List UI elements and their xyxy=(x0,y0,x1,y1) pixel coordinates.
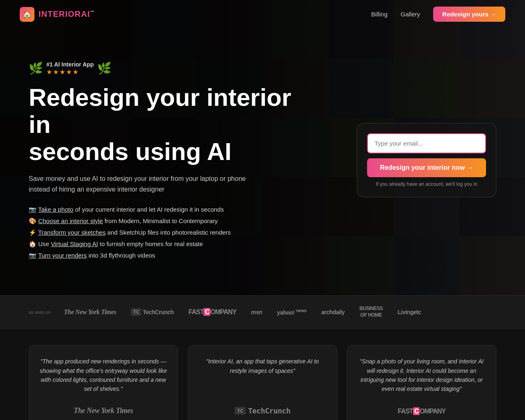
feature-renders: 📷 Turn your renders into 3d flythrough v… xyxy=(29,252,308,259)
press-bar: as seen on The New York Times TC TechCru… xyxy=(0,295,525,329)
tc-logo: TC TechCrunch xyxy=(235,406,290,415)
testimonial-nyt-quote: "The app produced new renderings in seco… xyxy=(39,357,168,394)
logo-text: INTERIORAI™ xyxy=(39,9,95,19)
billing-link[interactable]: Billing xyxy=(371,11,388,18)
testimonial-fastco-quote: "Snap a photo of your living room, and I… xyxy=(357,357,486,394)
press-logos: The New York Times TC TechCrunch FASTCOM… xyxy=(64,306,421,318)
press-yahoo: yahoo! news xyxy=(277,308,306,316)
badge-stars: ★★★★★ xyxy=(46,68,94,76)
email-input[interactable] xyxy=(367,133,486,153)
testimonial-tc-source: TC TechCrunch xyxy=(198,406,327,415)
hero-content: 🌿 #1 AI Interior App ★★★★★ 🌿 Redesign yo… xyxy=(0,61,525,259)
fastco-logo: FASTCOMPANY xyxy=(398,408,446,415)
feature-style: 🎨 Choose an interior style from Modern, … xyxy=(29,217,308,225)
nyt-logo: The New York Times xyxy=(74,406,133,415)
login-hint: If you already have an account, we'll lo… xyxy=(367,181,486,187)
press-tc: TC TechCrunch xyxy=(131,308,173,316)
feature-list: 📷 Take a photo of your current interior … xyxy=(29,206,308,259)
feature-style-link[interactable]: Choose an interior style xyxy=(38,217,103,224)
gallery-link[interactable]: Gallery xyxy=(401,11,420,18)
hero-heading: Redesign your interior in seconds using … xyxy=(29,84,308,165)
testimonial-fastco: "Snap a photo of your living room, and I… xyxy=(347,345,496,420)
badge-rank: #1 AI Interior App xyxy=(46,61,94,68)
press-fastco: FASTCOMPANY xyxy=(189,308,237,316)
press-archdaily: archdaily xyxy=(321,309,345,315)
testimonial-nyt-source: The New York Times xyxy=(39,406,168,415)
testimonial-tc: "Interior AI, an app that taps generativ… xyxy=(188,345,337,420)
navbar: 🏠 INTERIORAI™ Billing Gallery Redesign y… xyxy=(0,0,525,28)
press-nyt: The New York Times xyxy=(64,308,116,316)
feature-staging-link[interactable]: Virtual Staging AI xyxy=(51,240,98,247)
feature-photo-link[interactable]: Take a photo xyxy=(38,206,73,213)
feature-sketches-link[interactable]: Transform your sketches xyxy=(38,229,106,236)
testimonial-tc-quote: "Interior AI, an app that taps generativ… xyxy=(198,357,327,375)
feature-staging: 🏠 Use Virtual Staging AI to furnish empt… xyxy=(29,240,308,248)
press-livingetc: Livingetc xyxy=(398,309,421,315)
as-seen-on-label: as seen on xyxy=(29,310,51,315)
badge-info: #1 AI Interior App ★★★★★ xyxy=(46,61,94,76)
testimonial-nyt: "The app produced new renderings in seco… xyxy=(29,345,178,420)
testimonials-section: "The app produced new renderings in seco… xyxy=(0,329,525,420)
press-boh: BUSINESSOF HOME xyxy=(359,306,383,318)
email-card: Redesign your interior now → If you alre… xyxy=(357,123,496,197)
app-badge: 🌿 #1 AI Interior App ★★★★★ 🌿 xyxy=(29,61,308,76)
hero-left: 🌿 #1 AI Interior App ★★★★★ 🌿 Redesign yo… xyxy=(29,61,308,259)
nav-links: Billing Gallery Redesign yours → xyxy=(371,7,505,22)
hero-subtitle: Save money and use AI to redesign your i… xyxy=(29,173,267,194)
feature-sketches: ⚡ Transform your sketches and SketchUp f… xyxy=(29,229,308,236)
press-msn: msn xyxy=(251,309,262,315)
hero-section: 🌿 #1 AI Interior App ★★★★★ 🌿 Redesign yo… xyxy=(0,0,525,295)
nav-cta-button[interactable]: Redesign yours → xyxy=(433,7,505,22)
feature-photo: 📷 Take a photo of your current interior … xyxy=(29,206,308,213)
redesign-now-button[interactable]: Redesign your interior now → xyxy=(367,158,486,177)
logo-icon: 🏠 xyxy=(20,7,34,22)
laurel-left-icon: 🌿 xyxy=(29,62,43,75)
feature-renders-link[interactable]: Turn your renders xyxy=(38,252,87,259)
testimonial-fastco-source: FASTCOMPANY xyxy=(357,408,486,415)
logo[interactable]: 🏠 INTERIORAI™ xyxy=(20,7,95,22)
laurel-right-icon: 🌿 xyxy=(97,62,112,75)
hero-right: Redesign your interior now → If you alre… xyxy=(357,123,496,197)
